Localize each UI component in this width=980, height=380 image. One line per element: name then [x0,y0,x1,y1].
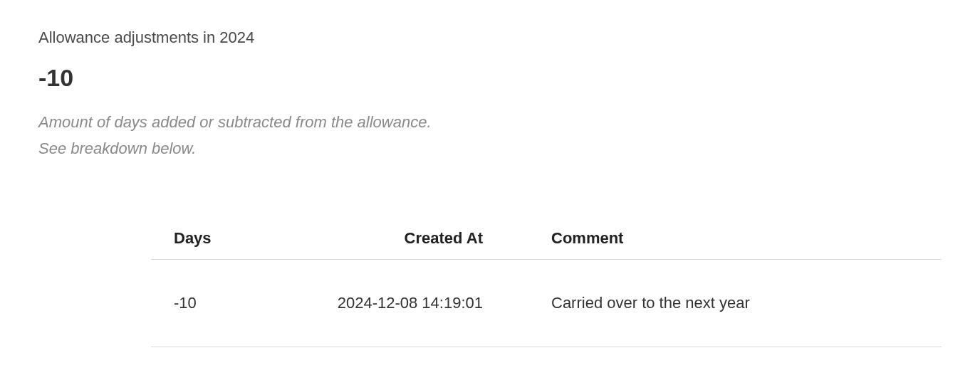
table-row: -10 2024-12-08 14:19:01 Carried over to … [151,259,942,347]
col-header-created-at: Created At [272,219,528,260]
description-line2: See breakdown below. [38,139,196,157]
breakdown-table: Days Created At Comment -10 2024-12-08 1… [151,219,942,347]
col-header-days: Days [151,219,272,260]
section-description: Amount of days added or subtracted from … [38,109,942,162]
col-header-comment: Comment [528,219,942,260]
allowance-adjustments-section: Allowance adjustments in 2024 -10 Amount… [38,28,942,347]
breakdown-table-wrap: Days Created At Comment -10 2024-12-08 1… [151,219,942,347]
cell-days: -10 [151,259,272,347]
cell-created-at: 2024-12-08 14:19:01 [272,259,528,347]
cell-comment: Carried over to the next year [528,259,942,347]
description-line1: Amount of days added or subtracted from … [38,113,432,131]
summary-value: -10 [38,64,942,92]
section-title: Allowance adjustments in 2024 [38,28,942,47]
table-header-row: Days Created At Comment [151,219,942,260]
